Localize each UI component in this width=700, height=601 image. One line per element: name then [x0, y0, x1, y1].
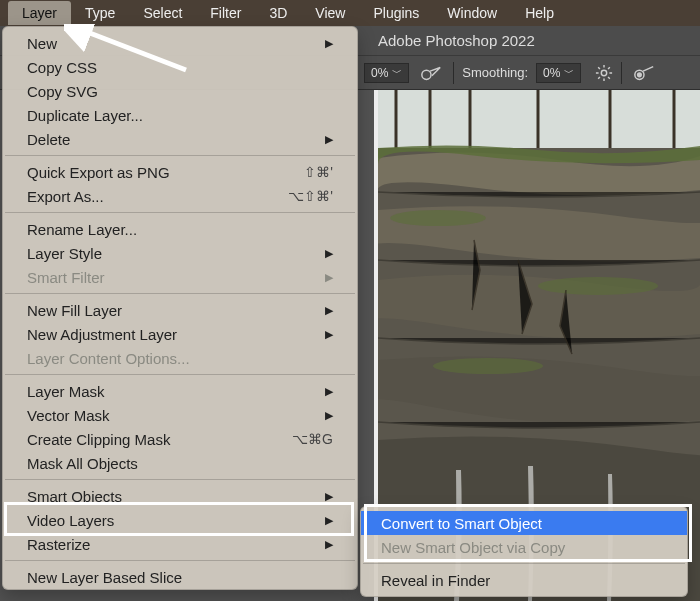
- chevron-down-icon: ﹀: [564, 66, 574, 80]
- submenu-arrow-icon: ▶: [325, 133, 333, 146]
- submenu-arrow-icon: ▶: [325, 490, 333, 503]
- menu-item-layer-style[interactable]: Layer Style▶: [3, 241, 357, 265]
- menu-separator: [5, 293, 355, 294]
- menu-item-label: Export As...: [27, 188, 104, 205]
- menu-item-label: New Layer Based Slice: [27, 569, 182, 586]
- menu-item-video-layers[interactable]: Video Layers▶: [3, 508, 357, 532]
- menu-item-label: Smart Objects: [27, 488, 122, 505]
- menu-filter[interactable]: Filter: [196, 1, 255, 25]
- menu-item-export-as[interactable]: Export As...⌥⇧⌘': [3, 184, 357, 208]
- menu-item-quick-export-as-png[interactable]: Quick Export as PNG⇧⌘': [3, 160, 357, 184]
- menu-item-label: Rename Layer...: [27, 221, 137, 238]
- submenu-arrow-icon: ▶: [325, 514, 333, 527]
- menu-item-label: Layer Style: [27, 245, 102, 262]
- submenu-arrow-icon: ▶: [325, 247, 333, 260]
- menu-item-layer-content-options: Layer Content Options...: [3, 346, 357, 370]
- svg-point-3: [638, 73, 642, 77]
- menu-item-duplicate-layer[interactable]: Duplicate Layer...: [3, 103, 357, 127]
- menu-item-layer-mask[interactable]: Layer Mask▶: [3, 379, 357, 403]
- submenu-arrow-icon: ▶: [325, 385, 333, 398]
- gear-icon[interactable]: [595, 64, 613, 82]
- submenu-item-reveal-in-finder[interactable]: Reveal in Finder: [361, 568, 687, 592]
- menu-item-rasterize[interactable]: Rasterize▶: [3, 532, 357, 556]
- smoothing-label: Smoothing:: [462, 65, 528, 80]
- menubar: Layer Type Select Filter 3D View Plugins…: [0, 0, 700, 26]
- submenu-item-label: Convert to Smart Object: [381, 515, 542, 532]
- menu-help[interactable]: Help: [511, 1, 568, 25]
- menu-item-label: Video Layers: [27, 512, 114, 529]
- menu-item-label: Smart Filter: [27, 269, 105, 286]
- submenu-arrow-icon: ▶: [325, 37, 333, 50]
- menu-item-label: Layer Mask: [27, 383, 105, 400]
- menu-window[interactable]: Window: [433, 1, 511, 25]
- menu-item-label: New: [27, 35, 57, 52]
- menu-item-vector-mask[interactable]: Vector Mask▶: [3, 403, 357, 427]
- submenu-arrow-icon: ▶: [325, 538, 333, 551]
- menu-item-copy-svg[interactable]: Copy SVG: [3, 79, 357, 103]
- submenu-item-convert-to-smart-object[interactable]: Convert to Smart Object: [361, 511, 687, 535]
- menu-layer[interactable]: Layer: [8, 1, 71, 25]
- opacity-dropdown[interactable]: 0% ﹀: [364, 63, 409, 83]
- menu-separator: [5, 560, 355, 561]
- menu-item-delete[interactable]: Delete▶: [3, 127, 357, 151]
- menu-item-label: Vector Mask: [27, 407, 110, 424]
- menu-item-label: Layer Content Options...: [27, 350, 190, 367]
- submenu-item-label: New Smart Object via Copy: [381, 539, 565, 556]
- menu-item-copy-css[interactable]: Copy CSS: [3, 55, 357, 79]
- menu-item-label: Create Clipping Mask: [27, 431, 170, 448]
- submenu-arrow-icon: ▶: [325, 328, 333, 341]
- svg-point-0: [422, 70, 431, 79]
- menu-item-mask-all-objects[interactable]: Mask All Objects: [3, 451, 357, 475]
- smart-objects-submenu: Convert to Smart ObjectNew Smart Object …: [360, 506, 688, 597]
- menu-plugins[interactable]: Plugins: [359, 1, 433, 25]
- menu-item-label: Duplicate Layer...: [27, 107, 143, 124]
- app-title: Adobe Photoshop 2022: [378, 32, 535, 49]
- svg-point-1: [602, 70, 607, 75]
- menu-separator: [5, 212, 355, 213]
- menu-item-new-adjustment-layer[interactable]: New Adjustment Layer▶: [3, 322, 357, 346]
- menu-shortcut: ⇧⌘': [304, 164, 333, 180]
- menu-view[interactable]: View: [301, 1, 359, 25]
- menu-separator: [5, 374, 355, 375]
- menu-item-rename-layer[interactable]: Rename Layer...: [3, 217, 357, 241]
- menu-item-label: Quick Export as PNG: [27, 164, 170, 181]
- menu-select[interactable]: Select: [129, 1, 196, 25]
- submenu-item-label: Reveal in Finder: [381, 572, 490, 589]
- layer-menu-dropdown: New▶Copy CSSCopy SVGDuplicate Layer...De…: [2, 26, 358, 590]
- menu-item-smart-filter: Smart Filter▶: [3, 265, 357, 289]
- pressure-opacity-icon[interactable]: [417, 62, 445, 84]
- svg-point-14: [433, 358, 543, 374]
- menu-shortcut: ⌥⌘G: [292, 431, 333, 447]
- menu-item-label: Rasterize: [27, 536, 90, 553]
- submenu-item-new-smart-object-via-copy: New Smart Object via Copy: [361, 535, 687, 559]
- menu-item-new-fill-layer[interactable]: New Fill Layer▶: [3, 298, 357, 322]
- menu-3d[interactable]: 3D: [255, 1, 301, 25]
- menu-item-label: Mask All Objects: [27, 455, 138, 472]
- pressure-size-icon[interactable]: [630, 62, 658, 84]
- submenu-arrow-icon: ▶: [325, 304, 333, 317]
- submenu-arrow-icon: ▶: [325, 409, 333, 422]
- menu-type[interactable]: Type: [71, 1, 129, 25]
- menu-item-smart-objects[interactable]: Smart Objects▶: [3, 484, 357, 508]
- menu-separator: [5, 155, 355, 156]
- chevron-down-icon: ﹀: [392, 66, 402, 80]
- menu-item-label: Copy SVG: [27, 83, 98, 100]
- svg-point-13: [538, 277, 658, 295]
- submenu-arrow-icon: ▶: [325, 271, 333, 284]
- menu-separator: [363, 563, 685, 564]
- menu-item-create-clipping-mask[interactable]: Create Clipping Mask⌥⌘G: [3, 427, 357, 451]
- separator: [621, 62, 622, 84]
- separator: [453, 62, 454, 84]
- menu-shortcut: ⌥⇧⌘': [288, 188, 333, 204]
- menu-item-label: Copy CSS: [27, 59, 97, 76]
- opacity-value: 0%: [371, 66, 388, 80]
- svg-point-12: [390, 210, 486, 226]
- menu-item-new[interactable]: New▶: [3, 31, 357, 55]
- smoothing-value: 0%: [543, 66, 560, 80]
- smoothing-dropdown[interactable]: 0% ﹀: [536, 63, 581, 83]
- menu-item-label: New Adjustment Layer: [27, 326, 177, 343]
- menu-item-new-layer-based-slice[interactable]: New Layer Based Slice: [3, 565, 357, 589]
- menu-separator: [5, 479, 355, 480]
- menu-item-label: New Fill Layer: [27, 302, 122, 319]
- menu-item-label: Delete: [27, 131, 70, 148]
